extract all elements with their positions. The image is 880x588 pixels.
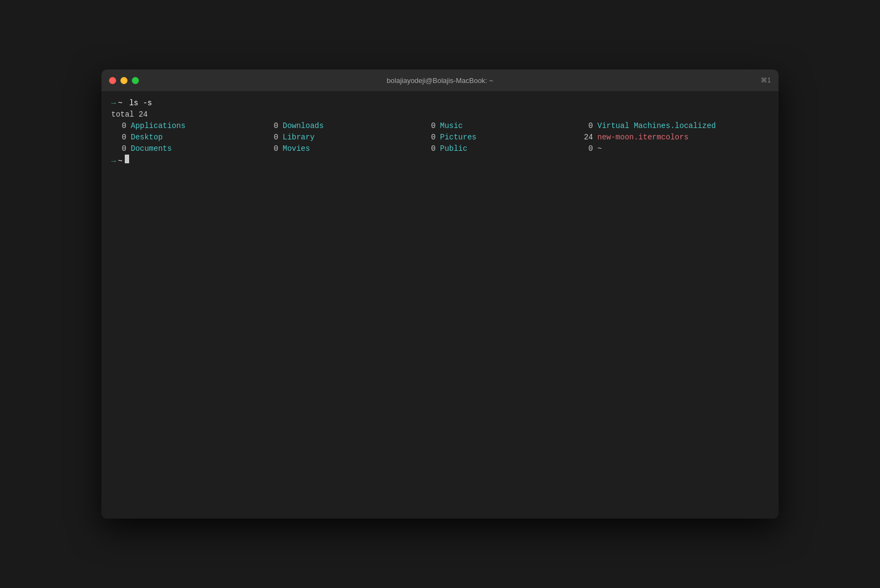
command-line: → ~ ls -s [111,98,769,109]
entry-vm-name: Virtual Machines.localized [597,120,716,132]
prompt-tilde: ~ [118,98,122,109]
entry-home-num: 0 [578,143,593,155]
entry-library: 0 Library [263,132,420,143]
entry-library-name: Library [283,132,315,143]
prompt-arrow: → [111,98,116,109]
entry-desktop-num: 0 [111,132,126,143]
window-keybind: ⌘1 [761,76,771,84]
entry-pictures-name: Pictures [440,132,476,143]
total-line: total 24 [111,109,769,120]
entry-home-name: ~ [597,143,602,155]
new-prompt-tilde: ~ [118,156,122,167]
close-button[interactable] [109,77,116,84]
ls-row-2: 0 Desktop 0 Library 0 Pictures 24 new-mo… [111,132,769,143]
terminal-window: bolajiayodeji@Bolajis-MacBook: ~ ⌘1 → ~ … [101,69,779,519]
ls-row-3: 0 Documents 0 Movies 0 Public 0 ~ [111,143,769,155]
entry-virtual-machines: 0 Virtual Machines.localized [578,120,779,132]
total-text: total 24 [111,109,148,120]
entry-iterm-colors: 24 new-moon.itermcolors [578,132,779,143]
entry-music: 0 Music [420,120,578,132]
new-prompt-arrow: → [111,156,116,167]
window-title: bolajiayodeji@Bolajis-MacBook: ~ [387,76,493,85]
command-text: ls -s [125,98,152,109]
entry-iterm-name: new-moon.itermcolors [597,132,688,143]
entry-desktop: 0 Desktop [111,132,263,143]
entry-public-num: 0 [420,143,436,155]
entry-documents-num: 0 [111,143,126,155]
entry-applications-num: 0 [111,120,126,132]
entry-library-num: 0 [263,132,278,143]
entry-pictures: 0 Pictures [420,132,578,143]
entry-pictures-num: 0 [420,132,436,143]
entry-applications-name: Applications [131,120,186,132]
maximize-button[interactable] [132,77,139,84]
entry-movies: 0 Movies [263,143,420,155]
entry-downloads-num: 0 [263,120,278,132]
entry-public-name: Public [440,143,467,155]
traffic-lights [109,77,139,84]
cursor [125,155,129,163]
entry-movies-num: 0 [263,143,278,155]
entry-documents: 0 Documents [111,143,263,155]
minimize-button[interactable] [120,77,127,84]
entry-desktop-name: Desktop [131,132,163,143]
entry-vm-num: 0 [578,120,593,132]
new-prompt-line: → ~ [111,155,769,167]
entry-downloads: 0 Downloads [263,120,420,132]
entry-downloads-name: Downloads [283,120,324,132]
entry-iterm-num: 24 [578,132,593,143]
entry-applications: 0 Applications [111,120,263,132]
entry-public: 0 Public [420,143,578,155]
titlebar: bolajiayodeji@Bolajis-MacBook: ~ ⌘1 [101,69,779,91]
entry-movies-name: Movies [283,143,310,155]
ls-row-1: 0 Applications 0 Downloads 0 Music 0 Vir… [111,120,769,132]
entry-music-num: 0 [420,120,436,132]
entry-home-tilde: 0 ~ [578,143,779,155]
terminal-body[interactable]: → ~ ls -s total 24 0 Applications 0 Down… [101,91,779,519]
entry-documents-name: Documents [131,143,172,155]
entry-music-name: Music [440,120,463,132]
